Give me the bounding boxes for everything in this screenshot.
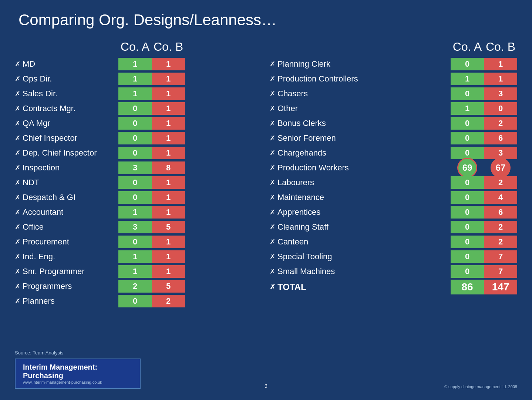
- right-col-a-value: 0: [451, 206, 484, 219]
- left-table-row: ✗ Chief Inspector01: [15, 131, 262, 145]
- left-col-a-value: 1: [118, 73, 152, 85]
- right-col-a-value: 69: [451, 161, 484, 174]
- left-row-label: ✗ Accountant: [15, 207, 118, 217]
- right-col-a-value: 0: [451, 221, 484, 233]
- x-marker: ✗: [270, 104, 275, 113]
- left-row-label: ✗ Procurement: [15, 237, 118, 247]
- left-col-a-value: 0: [118, 295, 152, 307]
- x-marker: ✗: [15, 297, 20, 305]
- right-col-b-value: 7: [484, 265, 517, 278]
- right-row-label: ✗ Special Tooling: [270, 252, 451, 261]
- page-title: Comparing Org. Designs/Leanness…: [0, 0, 532, 36]
- x-marker: ✗: [15, 60, 20, 68]
- footer-banner[interactable]: Interim Management: Purchasing www.inter…: [15, 359, 141, 389]
- right-col-a-value: 0: [451, 236, 484, 248]
- left-table-row: ✗ MD11: [15, 57, 262, 71]
- left-col-a-value: 0: [118, 147, 152, 159]
- x-marker: ✗: [270, 179, 275, 187]
- right-col-a-header: Co. A: [451, 40, 484, 54]
- x-marker: ✗: [270, 149, 275, 157]
- right-rows-container: ✗ Planning Clerk01✗ Production Controlle…: [270, 57, 517, 294]
- left-col-a-value: 0: [118, 191, 152, 204]
- right-table-row: ✗ Other10: [270, 102, 517, 115]
- right-col-b-value: 6: [484, 132, 517, 144]
- x-marker: ✗: [270, 223, 275, 231]
- left-col-b-header: Co. B: [152, 40, 185, 54]
- x-marker: ✗: [270, 253, 275, 261]
- right-col-b-value: 1: [484, 73, 517, 85]
- left-col-b-value: 1: [152, 147, 185, 159]
- x-marker: ✗: [15, 208, 20, 216]
- right-col-b-value: 67: [484, 161, 517, 174]
- right-table-row: ✗ Apprentices06: [270, 206, 517, 219]
- right-table-row: ✗ Small Machines07: [270, 265, 517, 278]
- right-col-b-value: 2: [484, 176, 517, 189]
- left-table-row: ✗ Programmers25: [15, 280, 262, 293]
- left-row-label: ✗ Inspection: [15, 163, 118, 173]
- left-section: Co. A Co. B ✗ MD11✗ Ops Dir.11✗ Sales Di…: [15, 40, 262, 309]
- right-col-b-value: 2: [484, 117, 517, 130]
- left-col-b-value: 1: [152, 265, 185, 278]
- x-marker: ✗: [15, 267, 20, 276]
- x-marker: ✗: [270, 267, 275, 276]
- left-col-a-value: 1: [118, 58, 152, 70]
- left-row-label: ✗ Dep. Chief Inspector: [15, 148, 118, 158]
- left-table-row: ✗ Contracts Mgr.01: [15, 102, 262, 115]
- left-col-a-value: 0: [118, 176, 152, 189]
- right-table-row: ✗ Chargehands03: [270, 146, 517, 160]
- left-table-row: ✗ Ind. Eng.11: [15, 250, 262, 263]
- right-row-label: ✗ Bonus Clerks: [270, 119, 451, 128]
- right-row-label: ✗ TOTAL: [270, 282, 451, 292]
- x-marker: ✗: [15, 253, 20, 261]
- x-marker: ✗: [15, 149, 20, 157]
- right-section: Co. A Co. B ✗ Planning Clerk01✗ Producti…: [270, 40, 517, 309]
- right-table-row: ✗ Maintenance04: [270, 191, 517, 204]
- x-marker: ✗: [270, 283, 275, 291]
- right-col-b-value: 3: [484, 87, 517, 100]
- right-col-b-value: 1: [484, 58, 517, 70]
- left-table-row: ✗ Accountant11: [15, 206, 262, 219]
- x-marker: ✗: [270, 134, 275, 142]
- left-col-b-value: 2: [152, 295, 185, 307]
- left-row-label: ✗ Programmers: [15, 281, 118, 291]
- right-table-row: ✗ Bonus Clerks02: [270, 117, 517, 130]
- left-col-a-value: 1: [118, 206, 152, 219]
- left-row-label: ✗ Ind. Eng.: [15, 252, 118, 261]
- left-row-label: ✗ NDT: [15, 178, 118, 187]
- right-col-a-value: 0: [451, 147, 484, 159]
- right-row-label: ✗ Production Workers: [270, 163, 451, 173]
- left-col-a-value: 0: [118, 117, 152, 130]
- right-table-row: ✗ Special Tooling07: [270, 250, 517, 263]
- left-row-label: ✗ Contracts Mgr.: [15, 104, 118, 113]
- right-table-row: ✗ Labourers02: [270, 176, 517, 189]
- x-marker: ✗: [270, 90, 275, 98]
- left-col-a-value: 2: [118, 280, 152, 293]
- left-row-label: ✗ Snr. Programmer: [15, 267, 118, 276]
- right-table-row: ✗ Production Controllers11: [270, 72, 517, 86]
- right-col-b-value: 2: [484, 221, 517, 233]
- left-row-label: ✗ Ops Dir.: [15, 74, 118, 84]
- x-marker: ✗: [270, 208, 275, 216]
- right-col-b-value: 3: [484, 147, 517, 159]
- x-marker: ✗: [15, 223, 20, 231]
- right-col-a-value: 0: [451, 117, 484, 130]
- left-col-b-value: 5: [152, 280, 185, 293]
- right-row-label: ✗ Maintenance: [270, 193, 451, 202]
- x-marker: ✗: [15, 134, 20, 142]
- left-row-label: ✗ Despatch & GI: [15, 193, 118, 202]
- left-table-row: ✗ Sales Dir.11: [15, 87, 262, 100]
- x-marker: ✗: [270, 238, 275, 246]
- left-col-a-value: 0: [118, 132, 152, 144]
- right-col-a-total: 86: [451, 280, 484, 294]
- right-row-label: ✗ Senior Foremen: [270, 133, 451, 143]
- x-marker: ✗: [15, 75, 20, 83]
- right-row-label: ✗ Other: [270, 104, 451, 113]
- left-table-row: ✗ Office35: [15, 220, 262, 234]
- right-col-a-value: 0: [451, 87, 484, 100]
- right-row-label: ✗ Production Controllers: [270, 74, 451, 84]
- right-col-b-value: 6: [484, 206, 517, 219]
- right-row-label: ✗ Chasers: [270, 89, 451, 99]
- left-col-a-value: 1: [118, 87, 152, 100]
- right-col-a-value: 1: [451, 73, 484, 85]
- x-marker: ✗: [270, 60, 275, 68]
